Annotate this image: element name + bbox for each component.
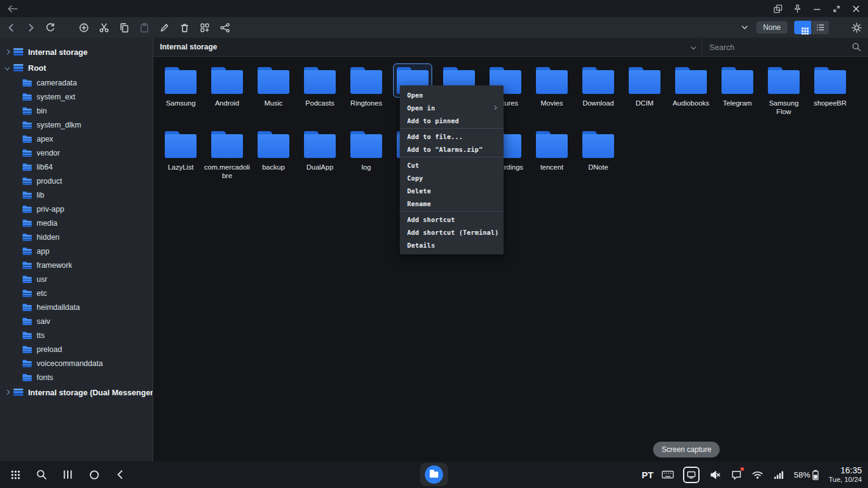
menu-item-add-shortcut-terminal[interactable]: Add shortcut (Terminal) bbox=[400, 226, 504, 239]
folder-item-podcasts[interactable]: Podcasts bbox=[297, 63, 343, 127]
settings-icon[interactable] bbox=[852, 23, 862, 33]
edit-apps-button[interactable] bbox=[200, 23, 210, 33]
filter-none-button[interactable]: None bbox=[756, 21, 787, 34]
folder-item-dnote[interactable]: DNote bbox=[575, 127, 621, 192]
share-button[interactable] bbox=[220, 23, 230, 33]
folder-item-log[interactable]: log bbox=[343, 127, 389, 192]
sidebar-item-fonts[interactable]: fonts bbox=[0, 370, 153, 384]
messages-icon[interactable] bbox=[729, 467, 743, 482]
sidebar-item-lib64[interactable]: lib64 bbox=[0, 160, 153, 174]
sidebar-item-saiv[interactable]: saiv bbox=[0, 314, 153, 328]
cellular-signal-icon[interactable] bbox=[772, 467, 786, 482]
folder-item-audiobooks[interactable]: Audiobooks bbox=[668, 63, 714, 127]
language-indicator[interactable]: PT bbox=[642, 470, 653, 480]
folder-item-dualapp[interactable]: DualApp bbox=[297, 127, 343, 192]
clock[interactable]: 16:35 Tue, 10/24 bbox=[828, 465, 862, 484]
sidebar-item-heimdalldata[interactable]: heimdalldata bbox=[0, 300, 153, 314]
nav-forward-button[interactable] bbox=[26, 23, 36, 33]
list-view-button[interactable] bbox=[812, 21, 829, 34]
chevron-right-icon[interactable] bbox=[5, 49, 10, 54]
menu-item-rename[interactable]: Rename bbox=[400, 197, 504, 210]
close-icon[interactable] bbox=[852, 4, 861, 13]
grid-view-button[interactable] bbox=[794, 21, 811, 34]
folder-item-samsung[interactable]: Samsung bbox=[157, 63, 204, 127]
recent-apps-icon[interactable] bbox=[61, 467, 74, 482]
folder-item-com-mercadolibre[interactable]: com.mercadolibre bbox=[204, 127, 250, 192]
keyboard-icon[interactable] bbox=[661, 467, 675, 482]
sidebar-item-apex[interactable]: apex bbox=[0, 132, 153, 146]
sidebar-item-etc[interactable]: etc bbox=[0, 286, 153, 300]
menu-item-details[interactable]: Details bbox=[400, 239, 504, 251]
folder-item-lazylist[interactable]: LazyList bbox=[157, 127, 204, 192]
restore-icon[interactable] bbox=[832, 4, 841, 13]
sidebar-item-priv-app[interactable]: priv-app bbox=[0, 202, 153, 216]
folder-item-movies[interactable]: Movies bbox=[529, 63, 575, 127]
sidebar-item-system-ext[interactable]: system_ext bbox=[0, 90, 153, 104]
sidebar-item-media[interactable]: media bbox=[0, 216, 153, 230]
folder-item-telegram[interactable]: Telegram bbox=[714, 63, 761, 127]
file-manager-taskbar-app[interactable] bbox=[420, 463, 448, 486]
menu-item-add-to-file[interactable]: Add to file... bbox=[400, 130, 504, 143]
sidebar-item-root[interactable]: Root bbox=[0, 60, 153, 76]
sidebar-item-voicecommanddata[interactable]: voicecommanddata bbox=[0, 356, 153, 370]
refresh-button[interactable] bbox=[45, 23, 56, 33]
sidebar-item-framework[interactable]: framework bbox=[0, 258, 153, 272]
apps-grid-icon[interactable] bbox=[9, 467, 22, 482]
sidebar-item-product[interactable]: product bbox=[0, 174, 153, 188]
menu-item-add-to-pinned[interactable]: Add to pinned bbox=[400, 114, 504, 127]
sidebar-item-tts[interactable]: tts bbox=[0, 328, 153, 342]
sidebar-item-preload[interactable]: preload bbox=[0, 342, 153, 356]
mute-icon[interactable] bbox=[708, 467, 722, 482]
sidebar-item-cameradata[interactable]: cameradata bbox=[0, 76, 153, 90]
menu-item-open-in[interactable]: Open in bbox=[400, 101, 504, 114]
search-icon[interactable] bbox=[852, 42, 861, 52]
create-new-button[interactable] bbox=[79, 23, 89, 33]
breadcrumb[interactable]: Internal storage bbox=[153, 38, 703, 56]
folder-item-dcim[interactable]: DCIM bbox=[621, 63, 668, 127]
sidebar-item-internal-storage[interactable]: Internal storage bbox=[0, 44, 153, 60]
menu-item-open[interactable]: Open bbox=[400, 88, 504, 101]
folder-item-download[interactable]: Download bbox=[575, 63, 621, 127]
folder-item-music[interactable]: Music bbox=[250, 63, 297, 127]
sidebar-item-system-dlkm[interactable]: system_dlkm bbox=[0, 118, 153, 132]
sidebar-item-lib[interactable]: lib bbox=[0, 188, 153, 202]
folder-item-tencent[interactable]: tencent bbox=[529, 127, 575, 192]
sidebar-item-internal-storage-dual-messenger[interactable]: Internal storage (Dual Messenger) bbox=[0, 384, 153, 400]
folder-item-shopeebr[interactable]: shopeeBR bbox=[807, 63, 853, 127]
sidebar-item-bin[interactable]: bin bbox=[0, 104, 153, 118]
chevron-right-icon[interactable] bbox=[5, 390, 10, 395]
menu-item-add-to-alarms-zip[interactable]: Add to "Alarms.zip" bbox=[400, 143, 504, 156]
chevron-down-icon[interactable] bbox=[5, 65, 10, 70]
sidebar-item-vendor[interactable]: vendor bbox=[0, 146, 153, 160]
folder-item-ringtones[interactable]: Ringtones bbox=[343, 63, 389, 127]
popup-view-icon[interactable] bbox=[773, 4, 783, 13]
sidebar-item-usr[interactable]: usr bbox=[0, 272, 153, 286]
minimize-icon[interactable] bbox=[812, 4, 822, 13]
nav-back-button[interactable] bbox=[6, 23, 16, 33]
folder-item-android[interactable]: Android bbox=[204, 63, 250, 127]
battery-indicator[interactable]: 58% bbox=[794, 470, 819, 480]
menu-item-delete[interactable]: Delete bbox=[400, 184, 504, 197]
menu-item-copy[interactable]: Copy bbox=[400, 171, 504, 184]
sidebar-item-hidden[interactable]: hidden bbox=[0, 230, 153, 244]
cut-button[interactable] bbox=[99, 23, 109, 33]
back-icon[interactable] bbox=[114, 467, 127, 482]
menu-item-cut[interactable]: Cut bbox=[400, 159, 504, 171]
wifi-icon[interactable] bbox=[751, 467, 764, 482]
taskbar-search-icon[interactable] bbox=[35, 467, 48, 482]
search-input[interactable]: Search bbox=[703, 38, 868, 56]
window-back-icon[interactable] bbox=[7, 5, 18, 13]
screen-capture-icon[interactable] bbox=[682, 467, 700, 482]
rename-button[interactable] bbox=[159, 23, 170, 33]
home-icon[interactable] bbox=[87, 467, 101, 482]
sidebar-item-app[interactable]: app bbox=[0, 244, 153, 258]
paste-button[interactable] bbox=[139, 23, 150, 33]
chevron-down-icon[interactable] bbox=[691, 45, 696, 49]
delete-button[interactable] bbox=[179, 23, 190, 33]
pin-window-icon[interactable] bbox=[793, 4, 802, 13]
copy-button[interactable] bbox=[119, 23, 129, 33]
menu-item-add-shortcut[interactable]: Add shortcut bbox=[400, 213, 504, 226]
folder-item-backup[interactable]: backup bbox=[250, 127, 297, 192]
folder-item-samsung-flow[interactable]: Samsung Flow bbox=[761, 63, 807, 127]
sort-dropdown-button[interactable] bbox=[740, 23, 750, 32]
